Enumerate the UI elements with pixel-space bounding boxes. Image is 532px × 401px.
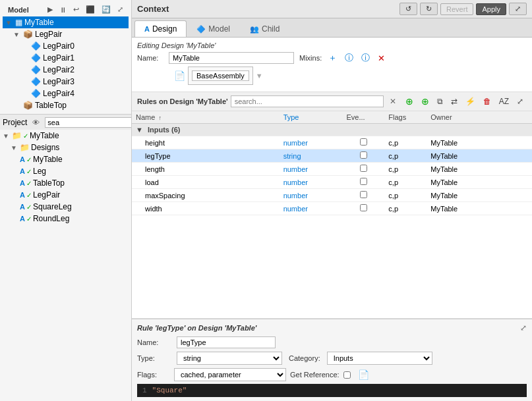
add-rule-btn[interactable]: ⊕ (402, 95, 417, 108)
model-tree: ▼ ▦ MyTable ▼ 📦 LegPair 🔷 LegPair0 🔷 Leg… (3, 16, 129, 111)
project-item-design-leg[interactable]: A ✓ Leg (0, 165, 131, 177)
mixin-file-icon: 📄 (174, 70, 185, 81)
th-flags[interactable]: Flags (384, 111, 427, 124)
flags-select[interactable]: cached, parameter cached parameter (174, 368, 286, 381)
model-section: Model ▶ ⏸ ↩ ⬛ 🔄 ⤢ ▼ ▦ MyTable ▼ 📦 (0, 0, 131, 114)
project-eye-icon[interactable]: 👁 (30, 117, 42, 128)
cell-flags-width: c,p (384, 202, 427, 215)
apply-btn[interactable]: Apply (476, 3, 506, 15)
expand-icon-legpair[interactable]: ▼ (13, 31, 21, 38)
events-cb-length[interactable] (360, 165, 367, 172)
toolbar-undo[interactable]: ↩ (71, 4, 82, 15)
project-item-design-mytable[interactable]: A ✓ MyTable (0, 153, 131, 165)
tree-item-mytable[interactable]: ▼ ▦ MyTable (3, 16, 129, 28)
revert-btn[interactable]: Revert (440, 3, 473, 15)
th-name[interactable]: Name ↑ (132, 111, 280, 124)
name-input[interactable] (169, 52, 294, 64)
project-item-mytable[interactable]: ▼ 📁 ✓ MyTable (0, 130, 131, 142)
project-label-design-legpair: LegPair (33, 190, 60, 200)
toolbar-pause[interactable]: ⏸ (57, 4, 69, 15)
cell-events-height[interactable] (342, 136, 384, 149)
project-search-input[interactable] (45, 117, 131, 128)
rules-header: Rules on Design 'MyTable' ✕ ⊕ ⊕ ⧉ ⇄ ⚡ 🗑 … (132, 92, 532, 111)
cell-events-width[interactable] (342, 202, 384, 215)
project-title: Project (3, 118, 27, 127)
undo-btn[interactable]: ↺ (399, 3, 417, 15)
tree-item-legpair1[interactable]: 🔷 LegPair1 (3, 52, 129, 64)
delete-rule-btn[interactable]: 🗑 (480, 95, 494, 108)
rules-search-input[interactable] (231, 95, 384, 107)
tab-design[interactable]: A Design (134, 20, 187, 37)
mixin-add-btn[interactable]: ＋ (327, 52, 338, 64)
table-row[interactable]: length number c,p MyTable (132, 163, 532, 176)
project-item-designs[interactable]: ▼ 📁 Designs (0, 142, 131, 153)
category-label: Category: (289, 354, 320, 362)
category-select[interactable]: Inputs Outputs (327, 352, 432, 365)
toolbar-refresh[interactable]: 🔄 (99, 4, 113, 15)
group-toggle-inputs[interactable]: ▼ (136, 126, 143, 134)
rules-search-clear-btn[interactable]: ✕ (386, 95, 399, 107)
th-owner[interactable]: Owner (427, 111, 532, 124)
cell-flags-load: c,p (384, 176, 427, 189)
sort-btn[interactable]: AZ (496, 95, 512, 108)
rules-toolbar: ⊕ ⊕ ⧉ ⇄ ⚡ 🗑 AZ ⤢ (402, 95, 527, 108)
tree-item-tabletop[interactable]: 📦 TableTop (3, 99, 129, 111)
tab-child[interactable]: 👥 Child (240, 20, 289, 37)
tree-label-lp4: LegPair4 (43, 89, 74, 98)
cell-events-maxspacing[interactable] (342, 189, 384, 202)
cell-owner-load: MyTable (427, 176, 532, 189)
mixin-info-btn[interactable]: ⓘ (343, 52, 355, 64)
redo-btn[interactable]: ↻ (420, 3, 438, 15)
cell-events-legtype[interactable] (342, 149, 384, 163)
toolbar-play[interactable]: ▶ (45, 4, 55, 15)
copy-rule-btn[interactable]: ⧉ (434, 95, 446, 108)
tree-item-legpair3[interactable]: 🔷 LegPair3 (3, 76, 129, 88)
events-cb-maxspacing[interactable] (360, 191, 367, 198)
rule-type-select[interactable]: string number boolean (177, 352, 282, 365)
table-row[interactable]: legType string c,p MyTable (132, 149, 532, 163)
tree-item-legpair0[interactable]: 🔷 LegPair0 (3, 40, 129, 52)
toggle-btn[interactable]: ⇄ (448, 95, 461, 108)
project-item-design-legpair[interactable]: A ✓ LegPair (0, 189, 131, 201)
mixin-tag-baseassembly[interactable]: BaseAssembly (192, 70, 249, 81)
events-cb-width[interactable] (360, 204, 367, 211)
mixin-remove-btn[interactable]: ✕ (376, 53, 386, 63)
get-ref-checkbox[interactable] (343, 371, 351, 379)
tree-item-legpair2[interactable]: 🔷 LegPair2 (3, 64, 129, 76)
project-item-design-roundleg[interactable]: A ✓ RoundLeg (0, 213, 131, 225)
events-cb-load[interactable] (360, 178, 367, 185)
add-rule-copy-btn[interactable]: ⊕ (418, 95, 432, 108)
item-icon-lp1: 🔷 (31, 53, 41, 63)
th-type[interactable]: Type (280, 111, 343, 124)
th-events[interactable]: Eve... (342, 111, 384, 124)
design-a-icon-lp: A (20, 191, 25, 199)
table-row[interactable]: height number c,p MyTable (132, 136, 532, 149)
toolbar-expand[interactable]: ⤢ (115, 4, 126, 15)
cell-name-legtype: legType (132, 149, 280, 163)
mixin-help-btn[interactable]: ⓘ (360, 52, 371, 64)
project-item-design-tabletop[interactable]: A ✓ TableTop (0, 177, 131, 189)
table-row[interactable]: width number c,p MyTable (132, 202, 532, 215)
group-inputs-header[interactable]: ▼ Inputs (6) (132, 124, 532, 136)
project-label-design-tabletop: TableTop (33, 178, 65, 188)
cell-events-load[interactable] (342, 176, 384, 189)
tree-item-legpair[interactable]: ▼ 📦 LegPair (3, 28, 129, 40)
rule-name-input[interactable] (177, 336, 276, 348)
expand-icon[interactable]: ▼ (5, 19, 13, 26)
events-cb-height[interactable] (360, 138, 367, 146)
table-row[interactable]: maxSpacing number c,p MyTable (132, 189, 532, 202)
lightning-btn[interactable]: ⚡ (462, 95, 479, 108)
expand-rules-btn[interactable]: ⤢ (514, 95, 527, 108)
tab-model[interactable]: 🔷 Model (187, 20, 240, 37)
toolbar-save[interactable]: ⬛ (83, 4, 98, 15)
project-item-design-squareleg[interactable]: A ✓ SquareLeg (0, 201, 131, 213)
events-cb-legtype[interactable] (360, 151, 367, 159)
table-header-row: Name ↑ Type Eve... Flags Owner (132, 111, 532, 124)
context-close-btn[interactable]: ⤢ (509, 3, 527, 15)
get-ref-doc-btn[interactable]: 📄 (355, 368, 372, 381)
table-row[interactable]: load number c,p MyTable (132, 176, 532, 189)
tree-item-legpair4[interactable]: 🔷 LegPair4 (3, 88, 129, 99)
code-value[interactable]: "Square" (152, 387, 187, 394)
rule-detail-close-btn[interactable]: ⤢ (520, 323, 527, 333)
cell-events-length[interactable] (342, 163, 384, 176)
